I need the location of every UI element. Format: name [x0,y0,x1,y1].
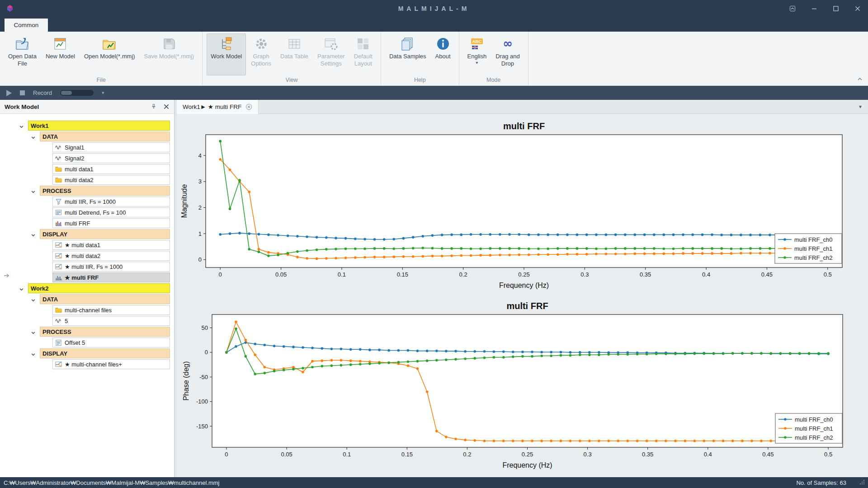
signal-icon [55,318,62,324]
tab-list-caret-icon[interactable]: ▾ [859,103,862,110]
record-dropdown-caret-icon[interactable]: ▾ [102,90,104,96]
ribbon-group-file: Open Data FileNew ModelOpen Model(*.mmj)… [0,32,203,85]
titlebar: MALMIJAL-M [0,0,868,17]
default-layout-icon [355,36,371,52]
tree-expand-caret-icon[interactable] [31,231,36,237]
collapse-ribbon-icon[interactable] [857,75,863,83]
close-button[interactable] [854,5,862,13]
offset-icon [55,339,62,346]
tab-common[interactable]: Common [5,19,48,32]
tree-item-multi-data1[interactable]: ★ multi data1 [0,239,174,250]
play-button[interactable] [6,90,12,96]
ribbon-button-work-model[interactable]: Work Model [207,33,246,75]
tree-item-label: DISPLAY [42,350,67,357]
tree-item-5[interactable]: 5 [0,315,174,326]
tree-item-signal2[interactable]: Signal2 [0,153,174,164]
signal-icon [55,144,62,151]
tree-item-multi-data2[interactable]: multi data2 [0,174,174,185]
panel-close-icon[interactable] [163,103,170,110]
ribbon-button-new-model[interactable]: New Model [42,33,79,75]
ribbon-button-english[interactable]: ABCEnglish▾ [463,33,491,75]
tree-expand-caret-icon[interactable] [31,134,36,139]
tree-expand-caret-icon[interactable] [31,296,36,302]
tree-item-multi-frf[interactable]: multi FRF [0,218,174,229]
record-slider[interactable] [60,90,94,96]
tree-expand-caret-icon[interactable] [31,351,36,356]
tree-item-data[interactable]: DATA [0,131,174,142]
tree-item-process[interactable]: PROCESS [0,185,174,196]
tree-item-multi-data1[interactable]: multi data1 [0,164,174,174]
tree-expand-caret-icon[interactable] [31,188,36,193]
svg-text:multi FRF_ch0: multi FRF_ch0 [794,236,833,243]
tree-item-multi-iir-fs-1000[interactable]: multi IIR, Fs = 1000 [0,196,174,207]
svg-text:∞: ∞ [503,37,513,50]
ribbon-button-save-model-mmj: Save Model(*.mmj) [140,33,198,75]
svg-text:0.3: 0.3 [584,451,592,458]
tree-item-label: DATA [42,133,58,140]
work-model-icon [219,36,234,52]
display-chart-icon [55,361,62,368]
maximize-button[interactable] [832,5,840,13]
tree-item-multi-data2[interactable]: ★ multi data2 [0,250,174,261]
pin-icon[interactable] [151,103,157,110]
ribbon-button-about[interactable]: About [431,33,455,75]
tree-item-label: Offset 5 [65,339,85,346]
svg-text:-100: -100 [196,398,208,405]
minimize-button[interactable] [810,5,818,13]
svg-text:2: 2 [198,204,202,211]
tree-item-label: ★ multi data1 [65,242,100,249]
tree-item-offset-5[interactable]: Offset 5 [0,337,174,348]
open-model-icon [102,36,117,52]
tree-item-multi-detrend-fs-100[interactable]: multi Detrend, Fs = 100 [0,207,174,218]
tree-item-signal1[interactable]: Signal1 [0,142,174,153]
resize-grip[interactable] [859,479,865,487]
tree-item-display[interactable]: DISPLAY [0,229,174,239]
document-tab[interactable]: Work1► ★ multi FRF [177,100,259,114]
tree-item-data[interactable]: DATA [0,294,174,305]
english-icon: ABC [469,36,485,52]
ribbon-button-drag-and-drop[interactable]: ∞Drag and Drop [491,33,524,75]
work-model-panel-header: Work Model [0,100,174,114]
magnitude-chart[interactable]: multi FRF00.050.10.150.20.250.30.350.40.… [179,118,850,293]
ribbon-button-data-samples[interactable]: Data Samples [385,33,430,75]
svg-text:0.45: 0.45 [762,451,774,458]
svg-text:1: 1 [198,230,202,237]
svg-text:ABC: ABC [472,39,482,44]
parameter-settings-icon [323,36,339,52]
data-table-icon [287,36,302,52]
tree-item-multi-channel-files[interactable]: multi-channel files [0,305,174,315]
svg-text:0.35: 0.35 [642,451,653,458]
phase-chart[interactable]: multi FRF00.050.10.150.20.250.30.350.40.… [179,298,850,473]
tree-expand-caret-icon[interactable] [19,123,24,128]
dock-arrow-icon [4,272,10,280]
record-slider-knob[interactable] [61,91,72,95]
tree-item-label: Signal1 [65,144,84,151]
record-label: Record [33,89,52,96]
svg-text:0.3: 0.3 [580,271,589,278]
tree-item-process[interactable]: PROCESS [0,326,174,337]
svg-text:multi FRF: multi FRF [503,121,545,131]
tree-item-label: multi data1 [65,166,94,173]
ribbon-display-options-button[interactable] [788,5,797,13]
ribbon-button-open-data-file[interactable]: Open Data File [4,33,41,75]
svg-text:0: 0 [198,256,202,263]
tab-close-icon[interactable] [245,103,252,110]
tree-item-display[interactable]: DISPLAY [0,348,174,359]
svg-text:0.05: 0.05 [275,271,287,278]
tree-expand-caret-icon[interactable] [31,329,36,334]
stop-button[interactable] [20,90,25,95]
ribbon-tabstrip: Common [0,17,868,32]
ribbon-group-label: Help [382,75,458,85]
svg-text:0.45: 0.45 [761,271,773,278]
tree-item-label: ★ multi FRF [65,274,99,281]
ribbon-button-open-model-mmj[interactable]: Open Model(*.mmj) [80,33,139,75]
tree-item-multi-channel-files[interactable]: ★ multi-channel files+ [0,359,174,370]
tree-item-work2[interactable]: Work2 [0,283,174,294]
document-tabbar: Work1► ★ multi FRF ▾ [177,100,868,114]
window-title: MALMIJAL-M [0,0,868,17]
tree-expand-caret-icon[interactable] [19,286,24,291]
tree-item-work1[interactable]: Work1 [0,120,174,131]
tree-item-multi-frf[interactable]: ★ multi FRF [0,272,174,283]
tree-item-multi-iir-fs-1000[interactable]: ★ multi IIR, Fs = 1000 [0,261,174,272]
ribbon: Open Data FileNew ModelOpen Model(*.mmj)… [0,32,868,86]
